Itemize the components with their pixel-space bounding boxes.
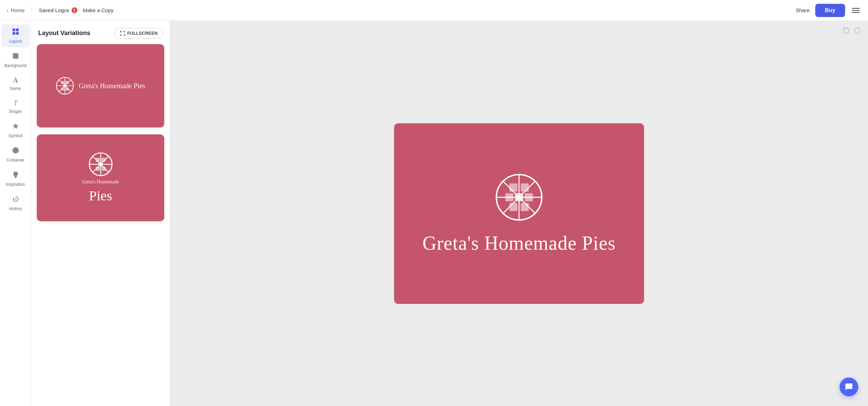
home-link[interactable]: ‹ Home [7,7,25,13]
sidebar-item-history[interactable]: History [2,192,30,215]
svg-rect-17 [61,88,64,91]
main-layout: Layout Background A Name T Slogan [0,21,868,406]
svg-rect-26 [101,158,106,162]
undo-icon [842,26,850,34]
sidebar-item-container[interactable]: Container [2,143,30,166]
sidebar-inspiration-label: Inspiration [6,182,25,187]
svg-rect-4 [13,53,18,59]
logo-variation-1[interactable]: Greta's Homemade Pies [37,44,164,127]
svg-rect-39 [525,193,533,201]
svg-rect-38 [515,193,523,201]
svg-rect-41 [521,203,529,211]
background-icon [12,52,19,61]
redo-button[interactable] [853,26,861,36]
sidebar-item-symbol[interactable]: Symbol [2,119,30,142]
svg-rect-0 [12,28,15,31]
logo-variation-2[interactable]: Greta's Homemade Pies [37,134,164,221]
sidebar-name-label: Name [10,86,21,91]
svg-rect-35 [509,183,517,191]
svg-rect-15 [61,81,64,84]
topbar: ‹ Home Saved Logos 1 Make a Copy Share B… [0,0,868,21]
panel-title: Layout Variations [38,30,90,37]
sidebar-item-slogan[interactable]: T Slogan [2,96,30,117]
canvas-logo: Greta's Homemade Pies [394,123,644,304]
svg-rect-27 [96,167,100,171]
make-copy-label: Make a Copy [83,7,114,13]
fullscreen-button[interactable]: FULLSCREEN [115,28,163,39]
symbol-icon [12,122,19,132]
svg-rect-36 [521,183,529,191]
svg-rect-40 [509,203,517,211]
container-icon [12,147,19,156]
pie-icon-small-2 [89,152,113,176]
canvas-controls [842,26,861,36]
divider [32,5,32,16]
sidebar-symbol-label: Symbol [8,133,22,138]
svg-rect-19 [63,84,66,88]
svg-marker-5 [12,123,19,129]
logo-name-horizontal: Greta's Homemade Pies [79,82,145,90]
svg-point-6 [12,147,19,154]
sidebar-history-label: History [9,206,22,211]
menu-line-1 [852,8,860,9]
inspiration-icon [12,171,19,180]
share-button[interactable]: Share [796,7,810,13]
svg-rect-29 [99,162,103,166]
svg-rect-18 [66,88,69,91]
sidebar-background-label: Background [4,63,26,68]
logo-name-vertical-bottom: Pies [89,188,112,204]
undo-button[interactable] [842,26,850,36]
sidebar-item-name[interactable]: A Name [2,73,30,94]
menu-line-2 [852,10,860,11]
history-icon [12,195,19,205]
name-icon: A [13,76,18,84]
fullscreen-icon [120,31,125,36]
sidebar: Layout Background A Name T Slogan [0,21,31,406]
svg-rect-37 [505,193,513,201]
make-copy-link[interactable]: Make a Copy [83,7,114,13]
panel-header: Layout Variations FULLSCREEN [31,21,170,44]
panel-items: Greta's Homemade Pies Greta's Homemade [31,44,170,228]
saved-logos-link[interactable]: Saved Logos 1 [39,7,77,13]
svg-rect-16 [66,81,69,84]
logo-name-vertical-top: Greta's Homemade [82,179,119,185]
menu-button[interactable] [851,7,861,14]
slogan-icon: T [13,99,17,107]
menu-line-3 [852,12,860,13]
svg-rect-25 [96,158,100,162]
pie-icon-large [495,173,543,222]
layout-icon [12,28,19,37]
sidebar-layout-label: Layout [9,39,22,44]
svg-rect-7 [15,177,17,178]
home-label: Home [11,7,25,13]
saved-logos-label: Saved Logos [39,7,69,13]
pie-icon-small-1 [56,77,74,95]
svg-rect-28 [101,167,106,171]
chat-bubble[interactable] [840,378,858,396]
chevron-left-icon: ‹ [7,7,9,13]
layout-panel: Layout Variations FULLSCREEN [31,21,170,406]
sidebar-container-label: Container [6,158,24,163]
svg-rect-3 [16,32,19,35]
chat-icon [845,383,853,391]
canvas-logo-title: Greta's Homemade Pies [423,232,616,254]
saved-logos-badge: 1 [72,7,77,13]
sidebar-item-inspiration[interactable]: Inspiration [2,167,30,190]
sidebar-item-layout[interactable]: Layout [2,24,30,47]
svg-rect-1 [16,28,19,31]
sidebar-item-background[interactable]: Background [2,49,30,72]
buy-button[interactable]: Buy [815,4,845,17]
canvas-area: Greta's Homemade Pies [170,21,868,406]
redo-icon [853,26,861,34]
sidebar-slogan-label: Slogan [9,109,22,114]
svg-rect-2 [12,32,15,35]
